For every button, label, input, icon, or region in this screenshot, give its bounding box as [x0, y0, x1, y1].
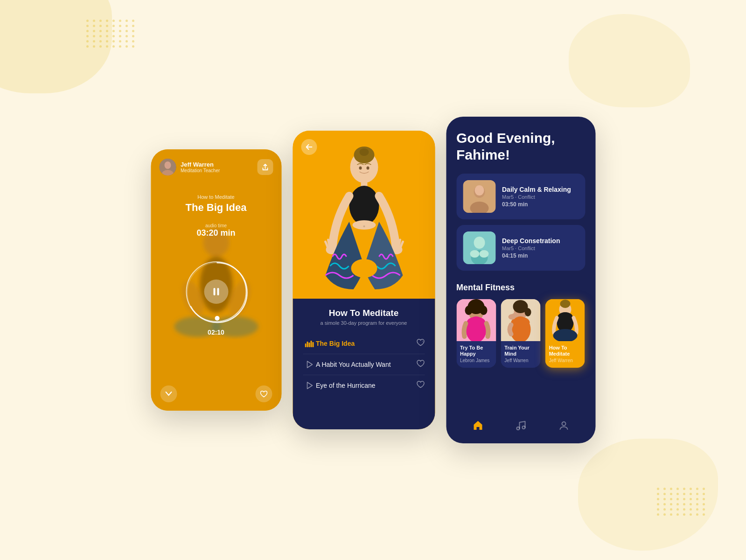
svg-point-46	[467, 317, 486, 328]
user-info: Jeff Warren Meditation Teacher	[181, 161, 220, 173]
svg-point-61	[516, 427, 519, 430]
daily-thumb-image	[463, 180, 495, 213]
greeting-line2: Fahime!	[456, 147, 510, 162]
svg-rect-29	[310, 341, 312, 347]
player-circle-area	[151, 261, 281, 322]
player-footer	[151, 385, 281, 402]
meditation-content: How To Meditate a simole 30-day program …	[293, 299, 435, 429]
session-card-2[interactable]: Deep Consetration Mar5 · Conflict 04:15 …	[456, 225, 585, 271]
mental-card-3[interactable]: How To Meditate Jeff Warren	[545, 299, 585, 368]
player-circle	[186, 261, 246, 322]
card-author-3: Jeff Warren	[549, 358, 581, 363]
svg-rect-30	[312, 342, 314, 347]
svg-point-18	[349, 186, 379, 225]
svg-point-36	[474, 237, 485, 249]
nav-music[interactable]	[512, 417, 529, 434]
playing-icon	[303, 340, 316, 347]
mental-card-1[interactable]: Try To Be Happy Lebron James	[456, 299, 496, 368]
phone-home: Good Evening, Fahime! Daily Calm & Relax…	[446, 117, 595, 443]
deep-thumb-image	[463, 231, 495, 264]
nav-profile[interactable]	[555, 417, 572, 434]
session-card-1[interactable]: Daily Calm & Relaxing Mar5 · Conflict 03…	[456, 174, 585, 219]
track-item-1[interactable]: The Big Idea	[303, 333, 425, 354]
session-thumb-1	[463, 180, 495, 213]
dot-pattern-bottom	[657, 488, 706, 516]
track-subtitle: How to Meditate	[151, 194, 281, 200]
dot-pattern-top	[86, 20, 136, 48]
session-title-1: Daily Calm & Relaxing	[502, 186, 571, 193]
session-time-2: 04:15 min	[502, 252, 560, 259]
card-author-1: Lebron James	[460, 358, 492, 363]
mental-fitness-title: Mental Fitness	[456, 283, 585, 293]
meditation-hero-image	[293, 131, 435, 299]
svg-point-38	[470, 250, 479, 258]
greeting: Good Evening, Fahime!	[456, 130, 585, 163]
card-info-1: Try To Be Happy Lebron James	[456, 341, 496, 368]
chevron-down-button[interactable]	[160, 385, 177, 402]
audio-time-value: 03:20 min	[151, 228, 281, 238]
phones-container: Jeff Warren Meditation Teacher How to Me…	[151, 117, 595, 443]
svg-rect-26	[305, 343, 306, 347]
user-role: Meditation Teacher	[181, 168, 220, 173]
audio-time: audio time 03:20 min	[151, 223, 281, 238]
svg-point-63	[562, 422, 565, 426]
phone-detail: How To Meditate a simole 30-day program …	[293, 131, 435, 429]
mental-cards: Try To Be Happy Lebron James	[456, 299, 585, 368]
meditation-subtitle: a simole 30-day program for everyone	[303, 320, 425, 326]
svg-point-43	[465, 306, 473, 315]
card-title-1: Try To Be Happy	[460, 345, 492, 357]
bg-blob-topright	[569, 14, 690, 107]
heart-button[interactable]	[255, 385, 272, 402]
play-icon-2	[303, 361, 316, 368]
session-thumb-2	[463, 231, 495, 264]
track-info: How to Meditate The Big Idea	[151, 194, 281, 214]
track-name-1: The Big Idea	[316, 340, 416, 347]
svg-point-44	[480, 306, 488, 315]
svg-rect-27	[307, 342, 308, 347]
session-meta-2: Mar5 · Conflict	[502, 245, 560, 251]
session-time-1: 03:50 min	[502, 201, 571, 208]
svg-point-54	[512, 313, 518, 318]
avatar	[159, 159, 176, 175]
share-button[interactable]	[257, 159, 273, 175]
card-title-2: Train Your Mind	[504, 345, 537, 357]
card-title-3: How To Meditate	[549, 345, 581, 357]
mental-card-2[interactable]: Train Your Mind Jeff Warren	[501, 299, 540, 368]
user-row: Jeff Warren Meditation Teacher	[159, 159, 220, 175]
svg-point-59	[558, 312, 572, 322]
bottom-nav	[456, 411, 585, 436]
back-button[interactable]	[301, 139, 317, 155]
svg-point-62	[522, 426, 525, 429]
heart-icon-3[interactable]	[416, 381, 425, 390]
user-name: Jeff Warren	[181, 161, 220, 168]
track-item-3[interactable]: Eye of the Hurricane	[303, 375, 425, 396]
session-info-1: Daily Calm & Relaxing Mar5 · Conflict 03…	[502, 186, 571, 208]
svg-point-57	[560, 300, 570, 308]
svg-point-50	[525, 308, 531, 316]
session-meta-1: Mar5 · Conflict	[502, 194, 571, 200]
greeting-line1: Good Evening,	[456, 130, 555, 146]
player-header: Jeff Warren Meditation Teacher	[151, 149, 281, 180]
card-info-3: How To Meditate Jeff Warren	[545, 341, 585, 368]
card-image-1	[456, 299, 496, 341]
svg-point-16	[359, 148, 369, 156]
session-title-2: Deep Consetration	[502, 237, 560, 245]
svg-point-8	[164, 161, 171, 169]
svg-point-12	[215, 316, 219, 321]
svg-point-24	[352, 220, 376, 230]
play-icon-3	[303, 382, 316, 389]
phone-player: Jeff Warren Meditation Teacher How to Me…	[151, 149, 281, 411]
card-author-2: Jeff Warren	[504, 358, 537, 363]
current-time: 02:10	[151, 329, 281, 336]
session-info-2: Deep Consetration Mar5 · Conflict 04:15 …	[502, 237, 560, 259]
heart-icon-1[interactable]	[416, 339, 425, 348]
svg-point-25	[363, 225, 365, 227]
audio-time-label: audio time	[151, 223, 281, 228]
nav-home[interactable]	[469, 417, 486, 434]
svg-point-39	[479, 250, 488, 258]
track-name-3: Eye of the Hurricane	[316, 382, 416, 389]
svg-point-22	[359, 167, 362, 170]
heart-icon-2[interactable]	[416, 360, 425, 369]
track-item-2[interactable]: A Habit You Actually Want	[303, 354, 425, 375]
track-title: The Big Idea	[151, 202, 281, 214]
